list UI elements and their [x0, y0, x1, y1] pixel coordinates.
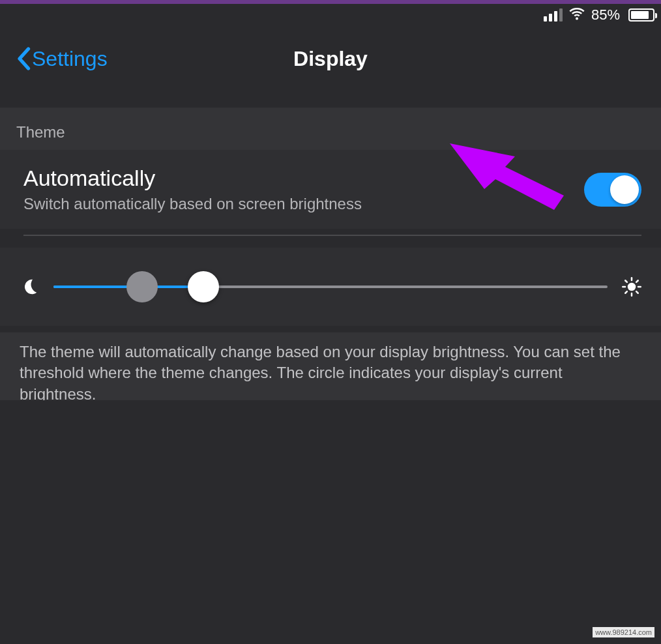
- slider-thumb[interactable]: [188, 271, 219, 302]
- svg-line-9: [636, 280, 638, 282]
- brightness-threshold-row: [0, 248, 661, 326]
- svg-point-1: [628, 284, 635, 290]
- nav-header: Settings Display: [0, 33, 661, 85]
- automatic-title: Automatically: [23, 166, 362, 191]
- battery-percent-label: 85%: [591, 7, 620, 23]
- svg-line-6: [625, 280, 627, 282]
- back-button-label: Settings: [32, 47, 108, 71]
- current-brightness-indicator: [126, 271, 158, 302]
- chevron-left-icon: [16, 47, 31, 70]
- cellular-signal-icon: [544, 8, 563, 22]
- back-button[interactable]: Settings: [16, 47, 108, 71]
- svg-line-8: [625, 291, 627, 293]
- toggle-knob: [610, 175, 639, 204]
- theme-section-header: Theme: [0, 108, 661, 152]
- wifi-icon: [569, 5, 585, 25]
- brightness-threshold-slider[interactable]: [53, 267, 608, 306]
- moon-icon: [20, 277, 39, 297]
- battery-icon: [626, 8, 654, 22]
- watermark: www.989214.com: [593, 627, 654, 637]
- row-divider: [23, 235, 641, 236]
- automatic-theme-row: Automatically Switch automatically based…: [0, 150, 661, 229]
- sun-icon: [622, 277, 641, 297]
- display-settings-screen: 85% Settings Display Theme Automatically…: [0, 0, 661, 644]
- automatic-subtitle: Switch automatically based on screen bri…: [23, 195, 362, 213]
- automatic-toggle[interactable]: [584, 173, 641, 207]
- status-bar: 85%: [544, 4, 654, 26]
- svg-line-7: [636, 291, 638, 293]
- content-background: [0, 400, 661, 644]
